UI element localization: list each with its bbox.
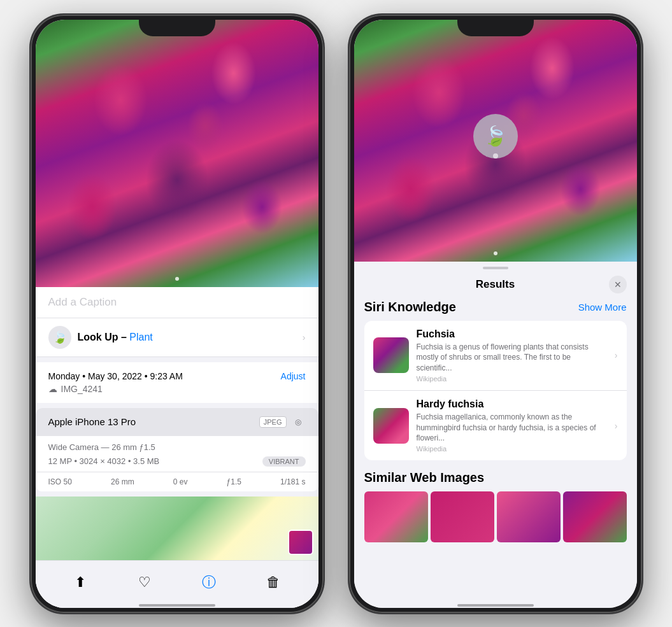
page-dot-left: [175, 277, 179, 281]
web-image-4[interactable]: [563, 491, 627, 542]
device-badges: JPEG ◎: [259, 414, 306, 430]
info-panel-left: Add a Caption 🍃 Look Up – Plant › Monday…: [36, 287, 318, 608]
siri-knowledge-title: Siri Knowledge: [364, 300, 456, 314]
device-section: Apple iPhone 13 Pro JPEG ◎ Wide Camera —…: [36, 408, 318, 491]
cloud-icon: ☁: [48, 384, 57, 394]
fuchsia-thumbnail: [373, 337, 409, 373]
notch-right: [457, 15, 534, 36]
mp-text: 12 MP • 3024 × 4032 • 3.5 MB: [48, 456, 160, 466]
fuchsia-chevron: ›: [615, 350, 618, 360]
toolbar-left: ⬆ ♡ ⓘ 🗑: [36, 560, 318, 608]
flower-image-right: 🍃: [354, 20, 637, 262]
heart-icon: ♡: [138, 574, 151, 591]
vibrant-badge: VIBRANT: [262, 456, 306, 467]
knowledge-card: Fuchsia Fuchsia is a genus of flowering …: [364, 321, 627, 461]
hardy-source: Wikipedia: [417, 445, 607, 453]
knowledge-item-hardy[interactable]: Hardy fuchsia Fuchsia magellanica, commo…: [364, 390, 627, 460]
left-phone: Add a Caption 🍃 Look Up – Plant › Monday…: [31, 15, 324, 613]
flower-overlay-left: [36, 20, 318, 287]
phones-container: Add a Caption 🍃 Look Up – Plant › Monday…: [18, 2, 655, 626]
exif-iso: ISO 50: [48, 477, 72, 486]
hardy-info: Hardy fuchsia Fuchsia magellanica, commo…: [417, 398, 607, 453]
filename-text: IMG_4241: [61, 384, 103, 394]
jpeg-badge: JPEG: [259, 416, 287, 428]
map-thumbnail[interactable]: [36, 497, 318, 560]
caption-area[interactable]: Add a Caption: [36, 287, 318, 318]
mp-row: 12 MP • 3024 × 4032 • 3.5 MB VIBRANT: [36, 455, 318, 472]
share-button[interactable]: ⬆: [66, 568, 94, 596]
map-photo-thumb: [288, 530, 313, 555]
web-images-section: Similar Web Images: [364, 470, 627, 542]
knowledge-item-fuchsia[interactable]: Fuchsia Fuchsia is a genus of flowering …: [364, 321, 627, 390]
device-row: Apple iPhone 13 Pro JPEG ◎: [36, 408, 318, 436]
location-icon: ◎: [290, 414, 306, 430]
hardy-name: Hardy fuchsia: [417, 398, 607, 410]
siri-knowledge-header: Siri Knowledge Show More: [364, 300, 627, 314]
close-icon: ✕: [614, 279, 622, 290]
show-more-button[interactable]: Show More: [578, 302, 627, 313]
exif-aperture: ƒ1.5: [227, 477, 241, 486]
delete-button[interactable]: 🗑: [259, 568, 287, 596]
left-phone-screen: Add a Caption 🍃 Look Up – Plant › Monday…: [36, 20, 318, 608]
hardy-chevron: ›: [615, 421, 618, 431]
lookup-label-plant: Plant: [127, 332, 153, 342]
exif-focal: 26 mm: [111, 477, 134, 486]
web-image-1[interactable]: [364, 491, 428, 542]
home-indicator-right: [457, 604, 534, 607]
device-name: Apple iPhone 13 Pro: [48, 416, 136, 427]
info-button[interactable]: ⓘ: [195, 568, 223, 596]
flower-image-left: [36, 20, 318, 287]
meta-date: Monday • May 30, 2022 • 9:23 AM: [48, 371, 183, 381]
hardy-thumbnail: [373, 408, 409, 444]
meta-date-row: Monday • May 30, 2022 • 9:23 AM Adjust: [48, 371, 306, 381]
web-image-2[interactable]: [431, 491, 494, 542]
right-phone: 🍃 Results ✕ Siri Knowle: [349, 15, 642, 613]
lookup-label-bold: Look Up –: [78, 332, 127, 342]
results-panel: Results ✕ Siri Knowledge Show More: [354, 262, 637, 608]
lookup-icon: 🍃: [48, 326, 71, 349]
results-title: Results: [382, 278, 609, 291]
camera-spec: Wide Camera — 26 mm ƒ1.5: [48, 442, 155, 452]
right-phone-screen: 🍃 Results ✕ Siri Knowle: [354, 20, 637, 608]
results-handle: [483, 267, 508, 269]
siri-dot: [493, 153, 498, 159]
notch-left: [139, 15, 215, 36]
adjust-button[interactable]: Adjust: [281, 371, 306, 381]
siri-bubble: 🍃: [473, 114, 518, 159]
lookup-text: Look Up – Plant: [78, 332, 153, 343]
caption-placeholder[interactable]: Add a Caption: [48, 296, 117, 308]
meta-filename: ☁ IMG_4241: [48, 384, 306, 394]
exif-ev: 0 ev: [173, 477, 188, 486]
lookup-row[interactable]: 🍃 Look Up – Plant ›: [36, 318, 318, 357]
siri-leaf-icon: 🍃: [483, 125, 507, 147]
exif-shutter: 1/181 s: [280, 477, 305, 486]
fuchsia-info: Fuchsia Fuchsia is a genus of flowering …: [417, 328, 607, 383]
results-content: Siri Knowledge Show More Fuchsia Fuchsia…: [354, 300, 637, 608]
web-images-grid: [364, 491, 627, 542]
fuchsia-description: Fuchsia is a genus of flowering plants t…: [417, 342, 607, 374]
info-icon: ⓘ: [202, 573, 216, 592]
hardy-description: Fuchsia magellanica, commonly known as t…: [417, 412, 607, 444]
fuchsia-source: Wikipedia: [417, 375, 607, 383]
lookup-chevron: ›: [303, 332, 306, 342]
close-button[interactable]: ✕: [609, 276, 627, 293]
page-dot-right: [494, 251, 497, 255]
meta-section: Monday • May 30, 2022 • 9:23 AM Adjust ☁…: [36, 362, 318, 403]
home-indicator-left: [139, 604, 215, 607]
trash-icon: 🗑: [266, 574, 280, 591]
exif-row: ISO 50 26 mm 0 ev ƒ1.5 1/181 s: [36, 472, 318, 491]
web-images-title: Similar Web Images: [364, 470, 627, 485]
fuchsia-name: Fuchsia: [417, 328, 607, 340]
favorite-button[interactable]: ♡: [131, 568, 159, 596]
share-icon: ⬆: [75, 574, 86, 591]
camera-row: Wide Camera — 26 mm ƒ1.5: [36, 436, 318, 455]
web-image-3[interactable]: [497, 491, 561, 542]
results-header: Results ✕: [354, 273, 637, 300]
